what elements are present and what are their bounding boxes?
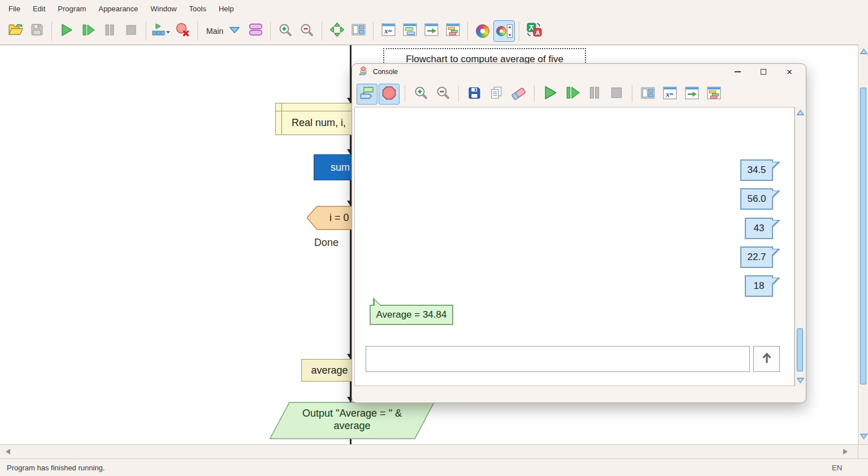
scroll-right-icon[interactable] <box>841 448 850 456</box>
menu-window[interactable]: Window <box>144 2 183 15</box>
terminate-icon <box>175 23 190 39</box>
run-layout-button[interactable] <box>150 20 172 42</box>
menu-program[interactable]: Program <box>51 2 92 15</box>
console-output-window-button[interactable] <box>682 84 702 105</box>
console-variable-watch-button[interactable]: x= <box>659 84 680 105</box>
menu-appearance[interactable]: Appearance <box>92 2 144 15</box>
canvas-vertical-scrollbar-thumb[interactable] <box>860 88 866 384</box>
minimize-button[interactable] <box>731 66 744 77</box>
console-scrollbar[interactable] <box>795 107 805 386</box>
show-bubbles-toggle[interactable] <box>357 84 377 105</box>
status-message: Program has finished running. <box>7 464 105 472</box>
output-shape-text: Output "Average = " & average <box>270 407 435 432</box>
open-button[interactable] <box>5 20 26 42</box>
maximize-button[interactable] <box>757 66 770 77</box>
loop-condition-text: i = 0 <box>329 212 349 224</box>
menu-file[interactable]: File <box>2 2 27 15</box>
console-save-button[interactable] <box>464 84 485 105</box>
toolbar-separator <box>534 85 535 102</box>
send-input-button[interactable] <box>753 346 780 372</box>
run-icon <box>60 23 73 39</box>
console-window-title: Console <box>373 68 398 76</box>
status-bar: Program has finished running. EN <box>0 458 868 476</box>
console-panes-layout-button[interactable] <box>637 84 658 105</box>
console-input-field[interactable] <box>366 346 750 372</box>
console-pause-button[interactable] <box>584 84 605 105</box>
variable-watch-icon: x= <box>381 23 396 38</box>
console-step-button[interactable] <box>562 84 583 105</box>
console-run-button[interactable] <box>540 84 561 105</box>
run-layout-icon <box>151 23 166 38</box>
scroll-down-icon[interactable] <box>860 433 867 440</box>
toolbar-separator <box>146 21 146 41</box>
console-zoom-in-button[interactable] <box>410 84 431 105</box>
canvas-vertical-scrollbar[interactable] <box>858 45 868 444</box>
console-window-button[interactable] <box>399 20 420 42</box>
pause-button[interactable] <box>99 20 120 42</box>
toolbar-separator <box>458 85 459 102</box>
console-titlebar[interactable]: Console ✕ <box>352 64 806 80</box>
color-scheme-button[interactable] <box>493 20 515 42</box>
scroll-up-icon[interactable] <box>796 109 804 116</box>
toolbar-separator <box>519 21 519 41</box>
save-button[interactable] <box>26 20 47 42</box>
pause-icon <box>103 23 116 39</box>
stop-icon <box>124 23 138 39</box>
all-windows-icon <box>707 86 721 102</box>
zoom-in-icon <box>279 23 292 39</box>
translate-icon: A <box>527 23 542 39</box>
menu-help[interactable]: Help <box>212 2 240 15</box>
save-icon <box>31 23 44 38</box>
console-scrollbar-thumb[interactable] <box>797 328 803 371</box>
pause-on-input-toggle[interactable] <box>379 84 400 105</box>
console-copy-button[interactable] <box>486 84 507 105</box>
fit-window-icon <box>330 23 344 39</box>
functions-button[interactable] <box>245 20 266 42</box>
all-windows-button[interactable] <box>442 20 463 42</box>
function-selector[interactable]: Main <box>202 20 245 42</box>
output-window-button[interactable] <box>420 20 442 42</box>
console-window: Console ✕ <box>351 63 806 403</box>
scroll-up-icon[interactable] <box>860 48 867 55</box>
color-scheme-icon <box>496 24 513 38</box>
close-button[interactable]: ✕ <box>783 66 796 77</box>
menu-edit[interactable]: Edit <box>27 2 51 15</box>
output-window-icon <box>685 86 699 102</box>
color-wheel-icon <box>476 24 489 38</box>
fit-window-button[interactable] <box>326 20 348 42</box>
zoom-in-button[interactable] <box>275 20 296 42</box>
step-button[interactable] <box>77 20 99 42</box>
toolbar-separator <box>405 85 405 102</box>
translate-button[interactable]: A <box>523 20 545 42</box>
zoom-out-button[interactable] <box>296 20 318 42</box>
output-text-line2: average <box>270 419 435 432</box>
loop-exit-label: Done <box>314 237 338 249</box>
output-window-icon <box>424 23 439 38</box>
run-button[interactable] <box>56 20 77 42</box>
maximize-icon <box>761 69 766 75</box>
svg-text:x=: x= <box>665 90 673 98</box>
input-bubble-value: 43 <box>754 223 765 234</box>
scroll-down-icon[interactable] <box>796 377 804 384</box>
pause-icon <box>587 85 602 102</box>
canvas-horizontal-scrollbar[interactable] <box>0 444 858 458</box>
console-all-windows-button[interactable] <box>704 84 724 105</box>
console-stop-button[interactable] <box>606 84 627 105</box>
console-zoom-out-button[interactable] <box>432 84 453 105</box>
variable-watch-button[interactable]: x= <box>377 20 399 42</box>
output-text-line1: Output "Average = " & <box>270 407 435 419</box>
run-icon <box>543 85 558 102</box>
step-icon <box>81 23 95 39</box>
save-icon <box>468 86 481 102</box>
toolbar-separator <box>322 21 322 41</box>
menu-tools[interactable]: Tools <box>183 2 212 15</box>
panes-layout-button[interactable] <box>348 20 369 42</box>
input-bubble: 22.7 <box>740 246 773 268</box>
functions-icon <box>249 23 263 39</box>
color-wheel-button[interactable] <box>472 20 493 42</box>
terminate-button[interactable] <box>172 20 193 42</box>
scroll-left-icon[interactable] <box>3 448 12 456</box>
assign-average-shape[interactable]: average <box>301 359 358 382</box>
stop-button[interactable] <box>120 20 142 42</box>
console-clear-button[interactable] <box>508 84 529 105</box>
